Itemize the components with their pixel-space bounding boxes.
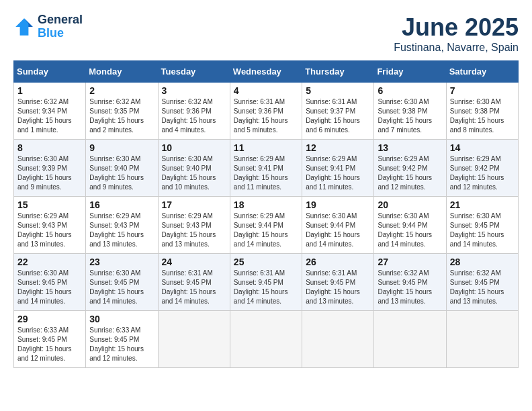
day-info: Sunrise: 6:32 AMSunset: 9:45 PMDaylight:… bbox=[450, 269, 515, 306]
day-number: 28 bbox=[450, 257, 515, 267]
day-info: Sunrise: 6:29 AMSunset: 9:44 PMDaylight:… bbox=[234, 212, 298, 249]
day-number: 24 bbox=[162, 257, 226, 267]
day-number: 13 bbox=[378, 142, 442, 153]
calendar-cell: 22Sunrise: 6:30 AMSunset: 9:45 PMDayligh… bbox=[14, 254, 86, 311]
day-number: 22 bbox=[17, 257, 82, 267]
logo-text: General Blue bbox=[38, 13, 83, 40]
calendar-cell: 19Sunrise: 6:30 AMSunset: 9:44 PMDayligh… bbox=[302, 197, 374, 254]
calendar-cell: 20Sunrise: 6:30 AMSunset: 9:44 PMDayligh… bbox=[374, 197, 446, 254]
day-number: 29 bbox=[17, 314, 82, 324]
day-info: Sunrise: 6:30 AMSunset: 9:38 PMDaylight:… bbox=[378, 97, 442, 135]
day-number: 9 bbox=[89, 142, 154, 153]
logo-icon bbox=[13, 16, 35, 38]
calendar-cell: 5Sunrise: 6:31 AMSunset: 9:37 PMDaylight… bbox=[302, 83, 374, 140]
day-number: 2 bbox=[89, 85, 154, 96]
location: Fustinana, Navarre, Spain bbox=[394, 42, 519, 54]
day-info: Sunrise: 6:29 AMSunset: 9:42 PMDaylight:… bbox=[378, 154, 442, 192]
day-info: Sunrise: 6:29 AMSunset: 9:43 PMDaylight:… bbox=[17, 212, 82, 249]
day-info: Sunrise: 6:30 AMSunset: 9:40 PMDaylight:… bbox=[162, 154, 226, 192]
day-number: 27 bbox=[378, 257, 442, 267]
calendar-cell: 11Sunrise: 6:29 AMSunset: 9:41 PMDayligh… bbox=[230, 140, 302, 197]
calendar-week-row: 29Sunrise: 6:33 AMSunset: 9:45 PMDayligh… bbox=[14, 311, 519, 368]
day-info: Sunrise: 6:29 AMSunset: 9:41 PMDaylight:… bbox=[306, 154, 370, 192]
calendar-cell: 23Sunrise: 6:30 AMSunset: 9:45 PMDayligh… bbox=[86, 254, 158, 311]
calendar-cell: 18Sunrise: 6:29 AMSunset: 9:44 PMDayligh… bbox=[230, 197, 302, 254]
calendar-week-row: 22Sunrise: 6:30 AMSunset: 9:45 PMDayligh… bbox=[14, 254, 519, 311]
day-number: 8 bbox=[17, 142, 82, 153]
calendar-cell: 29Sunrise: 6:33 AMSunset: 9:45 PMDayligh… bbox=[14, 311, 86, 368]
calendar-week-row: 1Sunrise: 6:32 AMSunset: 9:34 PMDaylight… bbox=[14, 83, 519, 140]
day-number: 3 bbox=[162, 85, 226, 96]
day-info: Sunrise: 6:32 AMSunset: 9:34 PMDaylight:… bbox=[17, 97, 82, 135]
calendar-week-row: 8Sunrise: 6:30 AMSunset: 9:39 PMDaylight… bbox=[14, 140, 519, 197]
calendar-cell: 10Sunrise: 6:30 AMSunset: 9:40 PMDayligh… bbox=[158, 140, 230, 197]
day-number: 4 bbox=[234, 85, 298, 96]
day-info: Sunrise: 6:31 AMSunset: 9:45 PMDaylight:… bbox=[306, 269, 370, 306]
day-info: Sunrise: 6:30 AMSunset: 9:40 PMDaylight:… bbox=[89, 154, 154, 192]
calendar-cell: 25Sunrise: 6:31 AMSunset: 9:45 PMDayligh… bbox=[230, 254, 302, 311]
day-info: Sunrise: 6:30 AMSunset: 9:44 PMDaylight:… bbox=[378, 212, 442, 249]
calendar-cell: 28Sunrise: 6:32 AMSunset: 9:45 PMDayligh… bbox=[446, 254, 518, 311]
calendar-table: SundayMondayTuesdayWednesdayThursdayFrid… bbox=[13, 60, 519, 368]
title-area: June 2025 Fustinana, Navarre, Spain bbox=[394, 13, 519, 54]
day-number: 23 bbox=[89, 257, 154, 267]
month-title: June 2025 bbox=[394, 13, 519, 42]
day-info: Sunrise: 6:32 AMSunset: 9:36 PMDaylight:… bbox=[162, 97, 226, 135]
day-number: 21 bbox=[450, 199, 515, 210]
calendar-cell bbox=[446, 311, 518, 368]
calendar-header-sunday: Sunday bbox=[14, 61, 86, 83]
calendar-header-friday: Friday bbox=[374, 61, 446, 83]
calendar-cell: 14Sunrise: 6:29 AMSunset: 9:42 PMDayligh… bbox=[446, 140, 518, 197]
day-number: 18 bbox=[234, 199, 298, 210]
day-info: Sunrise: 6:32 AMSunset: 9:35 PMDaylight:… bbox=[89, 97, 154, 135]
calendar-cell: 13Sunrise: 6:29 AMSunset: 9:42 PMDayligh… bbox=[374, 140, 446, 197]
calendar-cell: 3Sunrise: 6:32 AMSunset: 9:36 PMDaylight… bbox=[158, 83, 230, 140]
calendar-cell: 17Sunrise: 6:29 AMSunset: 9:43 PMDayligh… bbox=[158, 197, 230, 254]
day-info: Sunrise: 6:31 AMSunset: 9:45 PMDaylight:… bbox=[234, 269, 298, 306]
day-number: 5 bbox=[306, 85, 370, 96]
day-number: 6 bbox=[378, 85, 442, 96]
calendar-cell: 26Sunrise: 6:31 AMSunset: 9:45 PMDayligh… bbox=[302, 254, 374, 311]
day-info: Sunrise: 6:31 AMSunset: 9:45 PMDaylight:… bbox=[162, 269, 226, 306]
day-number: 25 bbox=[234, 257, 298, 267]
day-number: 7 bbox=[450, 85, 515, 96]
day-number: 1 bbox=[17, 85, 82, 96]
calendar-cell: 30Sunrise: 6:33 AMSunset: 9:45 PMDayligh… bbox=[86, 311, 158, 368]
calendar-header-monday: Monday bbox=[86, 61, 158, 83]
calendar-cell bbox=[302, 311, 374, 368]
day-number: 26 bbox=[306, 257, 370, 267]
calendar-cell: 2Sunrise: 6:32 AMSunset: 9:35 PMDaylight… bbox=[86, 83, 158, 140]
day-info: Sunrise: 6:30 AMSunset: 9:44 PMDaylight:… bbox=[306, 212, 370, 249]
day-number: 19 bbox=[306, 199, 370, 210]
calendar-cell: 8Sunrise: 6:30 AMSunset: 9:39 PMDaylight… bbox=[14, 140, 86, 197]
day-number: 10 bbox=[162, 142, 226, 153]
day-number: 17 bbox=[162, 199, 226, 210]
calendar-cell: 6Sunrise: 6:30 AMSunset: 9:38 PMDaylight… bbox=[374, 83, 446, 140]
calendar-cell: 1Sunrise: 6:32 AMSunset: 9:34 PMDaylight… bbox=[14, 83, 86, 140]
calendar-header-row: SundayMondayTuesdayWednesdayThursdayFrid… bbox=[14, 61, 519, 83]
day-info: Sunrise: 6:30 AMSunset: 9:45 PMDaylight:… bbox=[450, 212, 515, 249]
calendar-cell: 4Sunrise: 6:31 AMSunset: 9:36 PMDaylight… bbox=[230, 83, 302, 140]
page-header: General Blue June 2025 Fustinana, Navarr… bbox=[13, 13, 519, 54]
day-info: Sunrise: 6:29 AMSunset: 9:42 PMDaylight:… bbox=[450, 154, 515, 192]
calendar-cell: 21Sunrise: 6:30 AMSunset: 9:45 PMDayligh… bbox=[446, 197, 518, 254]
day-info: Sunrise: 6:31 AMSunset: 9:37 PMDaylight:… bbox=[306, 97, 370, 135]
calendar-header-tuesday: Tuesday bbox=[158, 61, 230, 83]
day-number: 15 bbox=[17, 199, 82, 210]
day-info: Sunrise: 6:30 AMSunset: 9:39 PMDaylight:… bbox=[17, 154, 82, 192]
calendar-cell bbox=[374, 311, 446, 368]
calendar-cell: 27Sunrise: 6:32 AMSunset: 9:45 PMDayligh… bbox=[374, 254, 446, 311]
calendar-header-thursday: Thursday bbox=[302, 61, 374, 83]
day-number: 30 bbox=[89, 314, 154, 324]
calendar-cell: 12Sunrise: 6:29 AMSunset: 9:41 PMDayligh… bbox=[302, 140, 374, 197]
calendar-cell: 16Sunrise: 6:29 AMSunset: 9:43 PMDayligh… bbox=[86, 197, 158, 254]
day-number: 11 bbox=[234, 142, 298, 153]
day-info: Sunrise: 6:29 AMSunset: 9:43 PMDaylight:… bbox=[162, 212, 226, 249]
day-info: Sunrise: 6:29 AMSunset: 9:41 PMDaylight:… bbox=[234, 154, 298, 192]
day-info: Sunrise: 6:30 AMSunset: 9:45 PMDaylight:… bbox=[17, 269, 82, 306]
day-info: Sunrise: 6:32 AMSunset: 9:45 PMDaylight:… bbox=[378, 269, 442, 306]
calendar-header-wednesday: Wednesday bbox=[230, 61, 302, 83]
day-info: Sunrise: 6:29 AMSunset: 9:43 PMDaylight:… bbox=[89, 212, 154, 249]
calendar-cell: 7Sunrise: 6:30 AMSunset: 9:38 PMDaylight… bbox=[446, 83, 518, 140]
logo: General Blue bbox=[13, 13, 83, 40]
